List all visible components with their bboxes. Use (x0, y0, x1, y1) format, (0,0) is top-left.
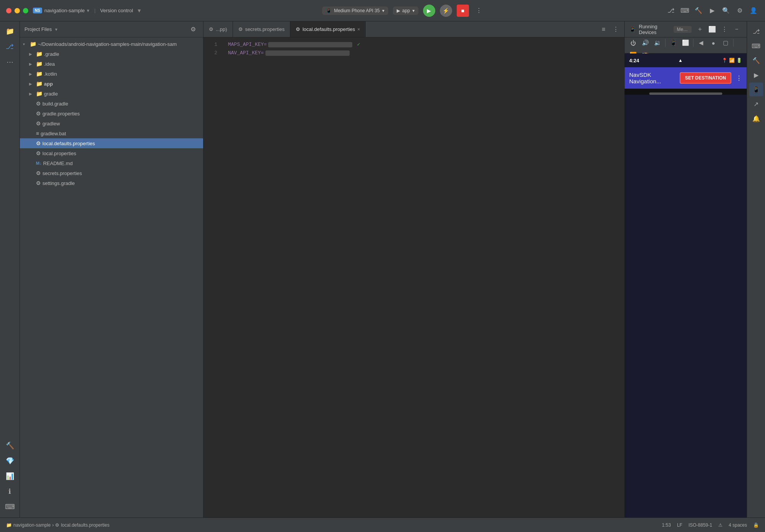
terminal-icon[interactable]: ⌨ (679, 5, 690, 16)
rd-more-icon[interactable]: ⋮ (719, 24, 730, 35)
tab-local-defaults[interactable]: ⚙ local.defaults.properties × (290, 21, 366, 37)
title-center: 📱 Medium Phone API 35 ▾ ▶ app ▾ ▶ ⚡ ■ ⋮ (145, 5, 661, 17)
running-devices-icon: 📱 (629, 26, 636, 32)
tree-item-gradlew-bat[interactable]: ▶ ≡ gradlew.bat (20, 128, 203, 138)
tree-item-gradle-folder[interactable]: ▶ 📁 gradle (20, 89, 203, 99)
line-number: 1 (203, 41, 217, 49)
home-icon[interactable]: ● (708, 37, 719, 48)
rs-vcs-icon[interactable]: ⎇ (749, 24, 763, 38)
tree-item-app-dir[interactable]: ▶ 📁 app (20, 79, 203, 89)
collapse-arrow-icon: ▾ (23, 42, 28, 46)
tab-more-icon[interactable]: ⋮ (610, 24, 621, 35)
project-panel-header: Project Files ▾ ⚙ (20, 21, 203, 37)
tree-item-build-gradle[interactable]: ▶ ⚙ build.gradle (20, 99, 203, 109)
close-rd-icon[interactable]: － (731, 24, 742, 35)
battery-indicator: ▲ (678, 58, 683, 63)
panel-settings-icon[interactable]: ⚙ (188, 24, 199, 35)
code-value-maps (268, 42, 352, 47)
tree-item-local-defaults[interactable]: ▶ ⚙ local.defaults.properties (20, 138, 203, 148)
main-layout: 📁 ⎇ ⋯ 🔨 💎 📊 ℹ ⌨ ▶ Project Files ▾ ⚙ ▾ 📁 … (0, 21, 765, 532)
build-icon[interactable]: 🔨 (693, 5, 704, 16)
rotate-landscape-icon[interactable]: ⬜ (680, 37, 691, 48)
device-tab[interactable]: Medi... (674, 26, 692, 33)
close-window-button[interactable] (6, 8, 11, 13)
back-icon[interactable]: ◀ (696, 37, 706, 48)
tree-item-secrets[interactable]: ▶ ⚙ secrets.properties (20, 168, 203, 178)
location-icon: 📍 (722, 58, 728, 63)
gradle-dir-label: .gradle (44, 51, 59, 57)
tab-icon: ⚙ (238, 26, 243, 32)
run-button[interactable]: ▶ (423, 5, 435, 17)
tree-item-gradle-properties[interactable]: ▶ ⚙ gradle.properties (20, 109, 203, 118)
tree-item-gradle-dir[interactable]: ▶ 📁 .gradle (20, 49, 203, 59)
folder-icon: 📁 (36, 51, 42, 57)
sidebar-item-terminal[interactable]: ⌨ (3, 500, 17, 514)
sidebar-item-folder[interactable]: 📁 (3, 24, 17, 38)
folder-icon: 📁 (6, 522, 12, 528)
rs-build-icon[interactable]: 🔨 (749, 54, 763, 67)
vcs-icon[interactable]: ⎇ (666, 5, 676, 16)
title-separator: | (94, 8, 95, 13)
sync-button[interactable]: ⚡ (440, 5, 452, 17)
sidebar-item-analytics[interactable]: 📊 (3, 469, 17, 483)
sidebar-item-build[interactable]: 🔨 (3, 439, 17, 453)
chevron-down-icon: ▾ (55, 27, 57, 32)
tree-item-kotlin-dir[interactable]: ▶ 📁 .kotlin (20, 69, 203, 79)
rs-terminal-icon[interactable]: ⌨ (749, 39, 763, 53)
sidebar-item-info[interactable]: ℹ (3, 485, 17, 498)
sidebar-item-git[interactable]: ⎇ (3, 40, 17, 54)
close-tab-icon[interactable]: × (357, 27, 360, 32)
power-icon[interactable]: ⏻ (628, 37, 638, 48)
rs-notification-icon[interactable]: 🔔 (749, 112, 763, 125)
folder-icon: 📁 (36, 91, 42, 97)
gradlew-file-icon: ⚙ (36, 120, 41, 127)
minimize-window-button[interactable] (15, 8, 20, 13)
readme-label: README.md (43, 161, 73, 166)
settings-icon[interactable]: ⚙ (734, 5, 745, 16)
code-value-nav (265, 50, 350, 56)
properties-file-icon: ⚙ (36, 170, 41, 176)
editor-area: ⚙ ...pp) ⚙ secrets.properties ⚙ local.de… (203, 21, 624, 532)
volume-up-icon[interactable]: 🔊 (640, 37, 651, 48)
device-selector[interactable]: 📱 Medium Phone API 35 ▾ (322, 6, 388, 15)
rs-arrow-icon[interactable]: ↗ (749, 97, 763, 111)
rs-run-icon[interactable]: ▶ (749, 68, 763, 82)
split-screen-icon[interactable]: ⬜ (707, 24, 718, 35)
volume-down-icon[interactable]: 🔉 (652, 37, 663, 48)
project-panel-title: Project Files (24, 26, 52, 32)
tab-recent-files-icon[interactable]: ≡ (598, 24, 609, 35)
profile-icon[interactable]: 👤 (748, 5, 759, 16)
tree-item-root[interactable]: ▾ 📁 ~/Downloads/android-navigation-sampl… (20, 39, 203, 49)
tab-icon: ⚙ (209, 26, 213, 32)
set-destination-button[interactable]: SET DESTINATION (680, 72, 731, 84)
tab-app[interactable]: ⚙ ...pp) (203, 21, 233, 37)
tree-item-settings-gradle[interactable]: ▶ ⚙ settings.gradle (20, 178, 203, 188)
right-sidebar: ⎇ ⌨ 🔨 ▶ 📱 ↗ 🔔 (747, 21, 765, 532)
tree-item-readme[interactable]: ▶ M↓ README.md (20, 158, 203, 168)
version-control-label[interactable]: Version control (100, 8, 133, 13)
project-name[interactable]: navigation-sample (44, 8, 85, 13)
add-device-icon[interactable]: ＋ (695, 24, 705, 35)
maximize-window-button[interactable] (23, 8, 28, 13)
gradle-file-icon: ⚙ (36, 180, 41, 186)
rotate-portrait-icon[interactable]: 📱 (668, 37, 679, 48)
sidebar-item-more[interactable]: ⋯ (3, 55, 17, 69)
gradlew-bat-label: gradlew.bat (41, 131, 66, 136)
recent-apps-icon[interactable]: ▢ (720, 37, 731, 48)
code-content[interactable]: MAPS_API_KEY= ✓ NAV_API_KEY= (222, 37, 624, 532)
tree-item-local-properties[interactable]: ▶ ⚙ local.properties (20, 148, 203, 158)
app-selector[interactable]: ▶ app ▾ (393, 6, 418, 15)
sidebar-item-gem[interactable]: 💎 (3, 454, 17, 468)
more-button[interactable]: ⋮ (474, 5, 484, 16)
rs-device-icon[interactable]: 📱 (749, 83, 763, 96)
run-tool-icon[interactable]: ▶ (707, 5, 718, 16)
ns-badge: NS (33, 8, 42, 13)
line-numbers: 1 2 (203, 37, 222, 532)
tree-item-gradlew[interactable]: ▶ ⚙ gradlew (20, 118, 203, 128)
encoding: ISO-8859-1 (688, 522, 712, 528)
tab-secrets[interactable]: ⚙ secrets.properties (233, 21, 290, 37)
stop-button[interactable]: ■ (457, 5, 469, 17)
tree-item-idea-dir[interactable]: ▶ 📁 .idea (20, 59, 203, 69)
more-options-icon[interactable]: ⋮ (736, 75, 742, 82)
search-icon[interactable]: 🔍 (721, 5, 731, 16)
